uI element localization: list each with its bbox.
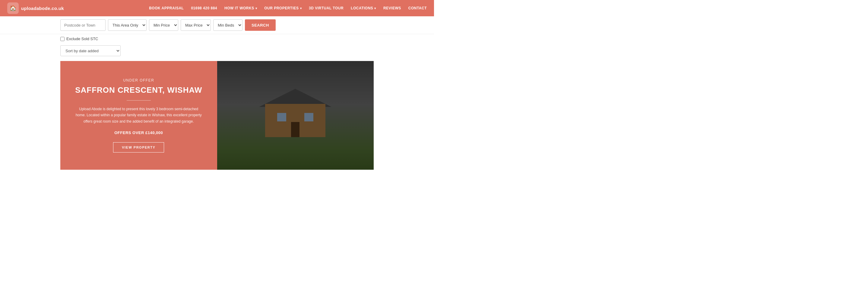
nav-how-it-works[interactable]: How It Works ▾ [224,6,257,10]
property-title: SAFFRON CRESCENT, WISHAW [75,85,202,95]
property-price: OFFERS OVER £140,000 [114,131,163,135]
property-card: UNDER OFFER SAFFRON CRESCENT, WISHAW Upl… [60,61,374,170]
locations-chevron-icon: ▾ [374,7,376,10]
our-properties-chevron-icon: ▾ [300,7,302,10]
property-image-panel: 🛏 x3 🛁 x2 🛋 x2 VIEW PROPERTY [217,61,374,170]
property-tag: UNDER OFFER [123,78,154,82]
exclude-sold-checkbox[interactable] [60,37,65,41]
nav-reviews[interactable]: Reviews [383,6,401,10]
min-beds-select[interactable]: Min Beds 1 2 3 4 5 [213,19,243,31]
min-price-select[interactable]: Min Price £50,000 £75,000 £100,000 £150,… [149,19,178,31]
nav-items: BOOK APPRAISAL 01698 420 884 How It Work… [149,6,427,10]
image-overlay [217,61,374,170]
area-only-select[interactable]: This Area Only [108,19,147,31]
navbar: 🏠 uploadabode.co.uk BOOK APPRAISAL 01698… [0,0,434,16]
max-price-select[interactable]: Max Price £100,000 £150,000 £200,000 £30… [181,19,211,31]
filters-row: Exclude Sold STC [0,34,434,44]
property-description: Upload Abode is delighted to present thi… [75,106,203,124]
search-button[interactable]: Search [245,19,276,31]
how-it-works-chevron-icon: ▾ [255,7,257,10]
property-divider [127,100,151,101]
logo[interactable]: 🏠 uploadabode.co.uk [7,2,64,14]
nav-contact[interactable]: Contact [408,6,427,10]
nav-phone[interactable]: 01698 420 884 [191,6,217,10]
nav-our-properties[interactable]: Our Properties ▾ [264,6,302,10]
nav-book-appraisal[interactable]: BOOK APPRAISAL [149,6,184,10]
search-bar: This Area Only Min Price £50,000 £75,000… [0,16,434,34]
search-input[interactable] [60,19,105,31]
nav-3d-virtual-tour[interactable]: 3D Virtual Tour [309,6,343,10]
property-info-panel: UNDER OFFER SAFFRON CRESCENT, WISHAW Upl… [60,61,217,170]
view-property-button-left[interactable]: VIEW PROPERTY [113,142,164,152]
logo-text: uploadabode.co.uk [21,6,64,11]
nav-locations[interactable]: Locations ▾ [351,6,376,10]
sort-select[interactable]: Sort by date added Price (Low to High) P… [60,45,121,56]
logo-icon: 🏠 [7,2,19,14]
exclude-sold-label[interactable]: Exclude Sold STC [60,36,98,41]
sort-row: Sort by date added Price (Low to High) P… [0,44,434,61]
